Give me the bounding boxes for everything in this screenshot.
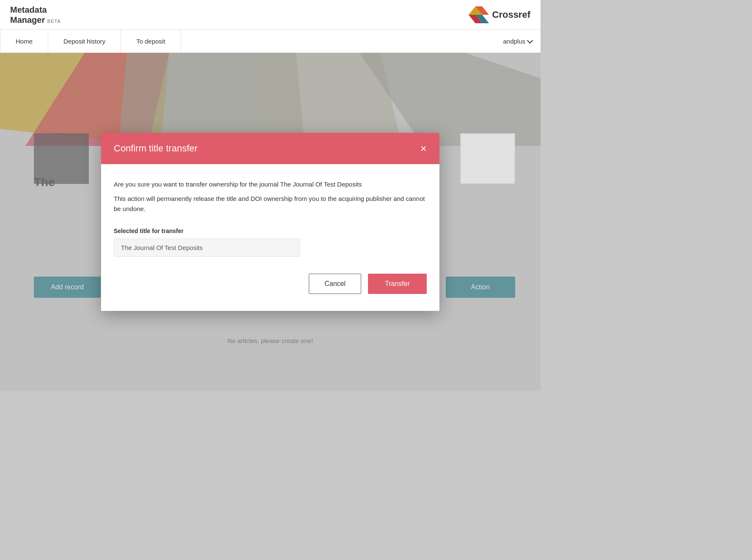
beta-badge: BETA: [47, 19, 61, 24]
app-header: Metadata Manager BETA Crossref: [0, 0, 541, 30]
app-name-line1: Metadata: [10, 5, 47, 14]
user-menu[interactable]: andplus: [494, 30, 541, 52]
modal-header: Confirm title transfer ×: [101, 133, 439, 164]
field-label: Selected title for transfer: [114, 228, 427, 234]
nav-item-to-deposit[interactable]: To deposit: [121, 30, 181, 52]
app-name: Metadata Manager BETA: [10, 5, 61, 25]
main-nav: Home Deposit history To deposit andplus: [0, 30, 541, 53]
crossref-label: Crossref: [492, 9, 530, 20]
nav-item-home[interactable]: Home: [0, 30, 48, 52]
cancel-button[interactable]: Cancel: [309, 274, 361, 294]
app-name-line2: Manager: [10, 15, 45, 25]
transfer-button[interactable]: Transfer: [368, 274, 427, 294]
page-background: The Add record Action No articles, pleas…: [0, 53, 541, 391]
selected-title-value: The Journal Of Test Deposits: [114, 239, 300, 257]
crossref-logo: Crossref: [469, 6, 530, 23]
confirm-transfer-modal: Confirm title transfer × Are you sure yo…: [101, 133, 439, 311]
modal-close-button[interactable]: ×: [420, 143, 427, 154]
nav-item-deposit-history[interactable]: Deposit history: [48, 30, 121, 52]
modal-body: Are you sure you want to transfer owners…: [101, 164, 439, 311]
modal-actions: Cancel Transfer: [114, 274, 427, 294]
chevron-down-icon: [527, 37, 533, 43]
app-logo: Metadata Manager BETA: [10, 5, 61, 25]
modal-backdrop: Confirm title transfer × Are you sure yo…: [0, 53, 541, 391]
modal-warning: This action will permanently release the…: [114, 194, 427, 214]
crossref-icon-svg: [469, 6, 489, 23]
modal-description: Are you sure you want to transfer owners…: [114, 179, 427, 189]
user-name-label: andplus: [503, 38, 525, 45]
modal-title: Confirm title transfer: [114, 143, 198, 154]
